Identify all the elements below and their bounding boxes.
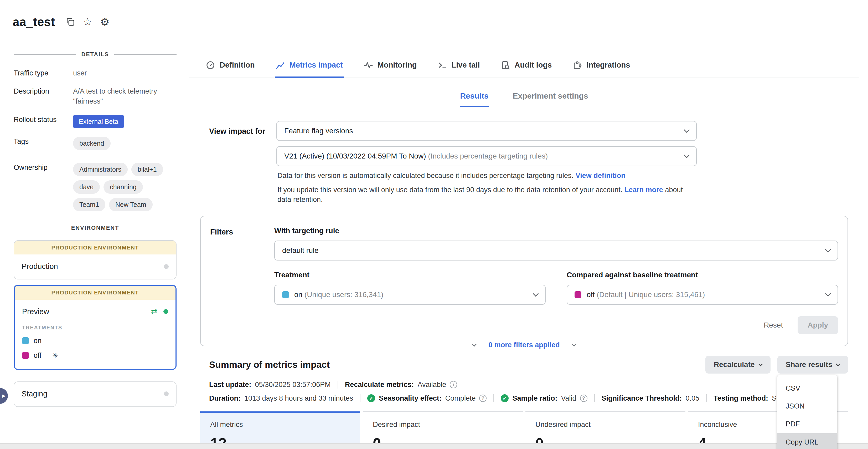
version-note: (Includes percentage targeting rules) [428, 152, 548, 160]
learn-more-link[interactable]: Learn more [624, 186, 663, 194]
sample-ratio-label: Sample ratio: [512, 393, 557, 403]
baseline-detail: (Default | Unique users: 315,461) [597, 291, 705, 299]
menu-item-csv[interactable]: CSV [777, 379, 837, 397]
impact-type-value: Feature flag versions [284, 126, 679, 136]
tab-label: Live tail [452, 60, 480, 70]
environment-card-preview[interactable]: PRODUCTION ENVIRONMENT Preview ⇄ TREATME… [14, 285, 177, 369]
collapse-arrow-icon: ▶ [2, 393, 5, 399]
more-filters-toggle[interactable]: 0 more filters applied [466, 339, 582, 351]
targeting-rule-label: With targeting rule [274, 226, 838, 236]
traffic-type-row: Traffic type user [14, 67, 177, 78]
treatment-off-label: off [34, 351, 41, 360]
duration-value: 1013 days 8 hours and 33 minutes [244, 393, 353, 403]
environment-section-label: ENVIRONMENT [71, 224, 119, 232]
treatment-off-row: off ✳ [22, 351, 168, 360]
pulse-icon [364, 61, 373, 70]
app-window: aa_test ☆ ⚙ DETAILS Traffic type user De… [0, 0, 868, 449]
owner-pill[interactable]: New Team [109, 198, 153, 211]
baseline-treatment-select[interactable]: off (Default | Unique users: 315,461) [567, 285, 838, 305]
check-circle-icon: ✓ [367, 394, 375, 402]
divider [594, 394, 595, 402]
environment-card-staging[interactable]: Staging [14, 382, 177, 407]
tab-monitoring[interactable]: Monitoring [363, 55, 418, 78]
tab-integrations[interactable]: Integrations [572, 55, 631, 78]
owner-pill[interactable]: dave [73, 180, 100, 194]
tags-label: Tags [14, 135, 73, 154]
view-definition-link[interactable]: View definition [576, 172, 625, 180]
tab-live-tail[interactable]: Live tail [437, 55, 481, 78]
tab-label: Audit logs [515, 60, 552, 70]
line-chart-icon [276, 61, 285, 70]
horizontal-scrollbar[interactable] [0, 443, 868, 449]
seasonality-label: Seasonality effect: [379, 393, 442, 403]
version-select[interactable]: V21 (Active) (10/03/2022 04:59PM To Now)… [276, 146, 697, 166]
tab-audit-logs[interactable]: Audit logs [500, 55, 553, 78]
tab-metrics-impact[interactable]: Metrics impact [275, 55, 344, 78]
treatment-select[interactable]: on (Unique users: 316,341) [274, 285, 546, 305]
view-impact-section: View impact for Feature flag versions V2… [209, 121, 859, 204]
treatments-label: TREATMENTS [22, 324, 168, 331]
kill-asterisk-icon: ✳ [53, 351, 58, 360]
chevron-down-icon [825, 246, 831, 252]
tab-label: Definition [220, 60, 255, 70]
environment-section-divider: ENVIRONMENT [14, 224, 177, 232]
share-results-button[interactable]: Share results [777, 356, 848, 373]
recalculate-button[interactable]: Recalculate [705, 356, 771, 373]
divider [360, 394, 361, 402]
subtab-experiment-settings[interactable]: Experiment settings [513, 91, 588, 107]
results-subtab-bar: Results Experiment settings [189, 91, 859, 107]
more-filters-label: 0 more filters applied [488, 340, 560, 350]
details-section-label: DETAILS [81, 51, 109, 58]
owner-pill[interactable]: bilal+1 [131, 163, 163, 176]
sample-ratio-value: Valid [561, 393, 576, 403]
info-circle-icon[interactable]: i [450, 381, 457, 388]
retention-note: If you update this version we will only … [277, 185, 697, 204]
rollout-status-row: Rollout status External Beta [14, 113, 177, 128]
description-row: Description A/A test to check telemetry … [14, 85, 177, 107]
terminal-icon [438, 61, 447, 70]
last-update-label: Last update: [209, 380, 251, 389]
rollout-status-badge[interactable]: External Beta [73, 115, 124, 128]
share-results-menu: CSV JSON PDF Copy URL [777, 375, 837, 449]
gear-icon[interactable]: ⚙ [100, 17, 110, 27]
subtab-results[interactable]: Results [460, 91, 488, 107]
owner-pill[interactable]: Team1 [73, 198, 105, 211]
owner-pill[interactable]: channing [103, 180, 143, 194]
environment-card-production[interactable]: PRODUCTION ENVIRONMENT Production [14, 240, 177, 279]
star-icon[interactable]: ☆ [83, 17, 92, 27]
significance-threshold-value: 0.05 [686, 393, 700, 403]
menu-item-json[interactable]: JSON [777, 397, 837, 415]
apply-button[interactable]: Apply [798, 316, 838, 334]
status-dot-gray [164, 264, 169, 269]
menu-item-copy-url[interactable]: Copy URL [777, 433, 837, 449]
targeting-rule-select[interactable]: default rule [274, 241, 838, 261]
chevron-down-icon [758, 362, 763, 366]
sidebar: DETAILS Traffic type user Description A/… [0, 51, 181, 407]
page-title: aa_test [12, 14, 55, 30]
reset-button[interactable]: Reset [764, 321, 783, 329]
status-dot-gray [164, 391, 169, 396]
auto-calc-text: Data for this version is automatically c… [277, 172, 574, 180]
impact-type-select[interactable]: Feature flag versions [276, 121, 697, 141]
tags-row: Tags backend [14, 135, 177, 154]
chevron-down-icon [572, 342, 576, 347]
question-circle-icon[interactable]: ? [580, 395, 587, 402]
ownership-row: Ownership Administrators bilal+1 dave ch… [14, 161, 177, 215]
environment-name: Production [22, 261, 164, 272]
divider [706, 394, 707, 402]
description-label: Description [14, 85, 73, 107]
summary-title: Summary of metrics impact [209, 358, 330, 371]
tab-definition[interactable]: Definition [205, 55, 256, 78]
question-circle-icon[interactable]: ? [479, 395, 487, 402]
filters-label: Filters [210, 226, 274, 334]
page-header: aa_test ☆ ⚙ [12, 14, 110, 30]
tag-pill[interactable]: backend [73, 137, 111, 150]
copy-icon[interactable] [66, 17, 75, 26]
chevron-down-icon [825, 291, 831, 297]
testing-method-label: Testing method: [714, 393, 768, 403]
production-environment-banner: PRODUCTION ENVIRONMENT [14, 241, 176, 255]
baseline-value: off [587, 291, 595, 299]
owner-pill[interactable]: Administrators [73, 163, 128, 176]
traffic-type-label: Traffic type [14, 67, 73, 78]
menu-item-pdf[interactable]: PDF [777, 415, 837, 433]
